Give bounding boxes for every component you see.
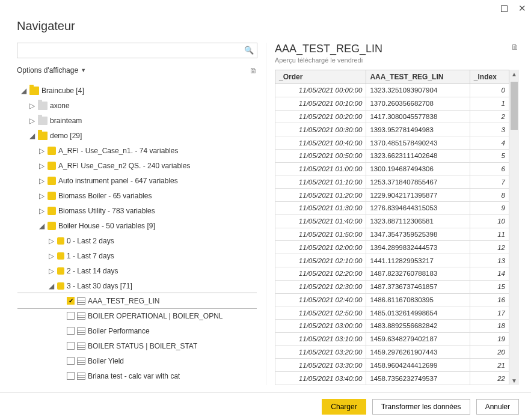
table-row[interactable]: 11/05/2021 02:50:001485.013261499865417 (275, 306, 509, 320)
search-input[interactable] (17, 43, 257, 58)
tree-node-demo[interactable]: ◢ demo [29] (17, 128, 257, 143)
table-row[interactable]: 11/05/2021 03:40:001458.735623274953722 (275, 372, 509, 385)
col-val[interactable]: AAA_TEST_REG_LIN (366, 70, 470, 84)
cube-icon (57, 252, 64, 260)
collapse-icon[interactable]: ◢ (28, 132, 35, 140)
close-icon[interactable]: ✕ (518, 3, 526, 14)
cell-order: 11/05/2021 02:30:00 (275, 280, 366, 293)
cell-value: 1441.112829953217 (366, 254, 470, 267)
cube-icon (48, 222, 56, 230)
cancel-button[interactable]: Annuler (476, 399, 519, 415)
expand-icon[interactable]: ▷ (38, 162, 45, 170)
expand-icon[interactable]: ▷ (38, 177, 45, 185)
collapse-icon[interactable]: ◢ (20, 87, 27, 95)
table-icon (77, 373, 85, 380)
expand-icon[interactable]: ▷ (38, 147, 45, 155)
checkbox[interactable] (67, 357, 75, 365)
cell-order: 11/05/2021 01:20:00 (275, 189, 366, 202)
table-row[interactable]: 11/05/2021 01:10:001253.37184078554677 (275, 175, 509, 189)
tree-node-axone[interactable]: ▷ axone (17, 98, 257, 113)
table-row[interactable]: 11/05/2021 00:30:001393.9527814949833 (275, 123, 509, 136)
expand-icon[interactable]: ▷ (38, 207, 45, 215)
tree-node-boilerhouse[interactable]: ◢ Boiler House - 50 variables [9] (17, 218, 257, 233)
tree-node[interactable]: ▷ 2 - Last 14 days (17, 263, 257, 278)
table-row[interactable]: 11/05/2021 00:50:001323.66231114026485 (275, 149, 509, 162)
checkbox[interactable] (67, 372, 75, 380)
add-column-icon[interactable]: 🗎 (511, 43, 519, 52)
cell-order: 11/05/2021 03:30:00 (275, 359, 366, 372)
checkbox[interactable] (67, 312, 75, 320)
tree-node-brainteam[interactable]: ▷ brainteam (17, 113, 257, 128)
tree-node[interactable]: ▷ A_RFI Use_Case_n2 QS. - 240 variables (17, 158, 257, 173)
checkbox[interactable] (67, 327, 75, 335)
table-row[interactable]: 11/05/2021 02:40:001486.81167083039516 (275, 293, 509, 306)
tree-leaf[interactable]: • BOILER OPERATIONAL | BOILER_OPNL (17, 308, 257, 323)
tree-leaf[interactable]: • BOILER STATUS | BOILER_STAT (17, 338, 257, 353)
cell-value: 1323.887112306581 (366, 215, 470, 228)
search-icon[interactable]: 🔍 (244, 46, 254, 55)
col-order[interactable]: _Order (275, 70, 366, 84)
tree-leaf[interactable]: • Boiler Performance (17, 323, 257, 338)
table-row[interactable]: 11/05/2021 02:00:001394.289983244457312 (275, 241, 509, 254)
expand-icon[interactable]: ▷ (28, 102, 35, 110)
load-button[interactable]: Charger (322, 399, 366, 415)
tree-leaf[interactable]: • Boiler Yield (17, 353, 257, 368)
table-row[interactable]: 11/05/2021 02:10:001441.11282995321713 (275, 254, 509, 267)
table-row[interactable]: 11/05/2021 03:00:001483.889255668284218 (275, 320, 509, 333)
expand-icon[interactable]: ▷ (48, 252, 55, 260)
table-row[interactable]: 11/05/2021 00:00:001323.32510939079040 (275, 84, 509, 97)
tree-leaf-aaa-test[interactable]: • AAA_TEST_REG_LIN (17, 293, 257, 308)
table-row[interactable]: 11/05/2021 00:20:001417.30800455778382 (275, 110, 509, 123)
checkbox-checked[interactable] (67, 297, 75, 305)
preview-table: _Order AAA_TEST_REG_LIN _Index 11/05/202… (275, 70, 509, 385)
tree-node-root[interactable]: ◢ Braincube [4] (17, 83, 257, 98)
maximize-icon[interactable] (501, 5, 508, 12)
cell-index: 16 (470, 293, 509, 306)
tree-node[interactable]: ▷ 0 - Last 2 days (17, 233, 257, 248)
table-row[interactable]: 11/05/2021 01:30:001276.83946443150539 (275, 202, 509, 215)
collapse-icon[interactable]: ◢ (48, 282, 55, 290)
refresh-icon[interactable]: 🗎 (250, 66, 257, 75)
table-row[interactable]: 11/05/2021 03:10:001459.634827940218719 (275, 332, 509, 345)
expand-icon[interactable]: ▷ (38, 192, 45, 200)
cell-index: 5 (470, 149, 509, 162)
tree-node[interactable]: ▷ Biomass Boiler - 65 variables (17, 188, 257, 203)
tree-view[interactable]: ◢ Braincube [4] ▷ axone ▷ brainteam ◢ de… (17, 79, 257, 385)
table-row[interactable]: 11/05/2021 02:20:001487.823276078818314 (275, 267, 509, 280)
table-row[interactable]: 11/05/2021 01:20:001229.90421713958778 (275, 189, 509, 202)
table-row[interactable]: 11/05/2021 01:50:001347.354735952539811 (275, 228, 509, 241)
table-row[interactable]: 11/05/2021 03:20:001459.297626190744320 (275, 345, 509, 359)
transform-button[interactable]: Transformer les données (372, 399, 470, 415)
tree-node-last30[interactable]: ◢ 3 - Last 30 days [71] (17, 278, 257, 293)
scroll-down-icon[interactable]: ▼ (509, 377, 519, 384)
tree-node[interactable]: ▷ Biomass Utility - 783 variables (17, 203, 257, 218)
preview-scrollbar[interactable]: ▲ ▼ (509, 70, 519, 385)
table-row[interactable]: 11/05/2021 01:00:001300.1946874943066 (275, 162, 509, 175)
tree-label: Biomass Boiler - 65 variables (58, 192, 152, 200)
collapse-icon[interactable]: ◢ (38, 222, 45, 230)
col-index[interactable]: _Index (470, 70, 509, 84)
table-row[interactable]: 11/05/2021 01:40:001323.88711230658110 (275, 215, 509, 228)
checkbox[interactable] (67, 342, 75, 350)
table-row[interactable]: 11/05/2021 02:30:001487.373673746185715 (275, 280, 509, 293)
tree-node[interactable]: ▷ A_RFI - Use_Case_n1. - 74 variables (17, 143, 257, 158)
expand-icon[interactable]: ▷ (48, 237, 55, 245)
table-row[interactable]: 11/05/2021 00:40:001370.48515784902434 (275, 136, 509, 150)
cell-order: 11/05/2021 00:00:00 (275, 84, 366, 97)
pane-divider[interactable] (266, 43, 266, 385)
tree-node[interactable]: ▷ 1 - Last 7 days (17, 248, 257, 263)
table-row[interactable]: 11/05/2021 00:10:001370.2603566827081 (275, 97, 509, 110)
cell-order: 11/05/2021 00:30:00 (275, 123, 366, 136)
scroll-thumb[interactable] (511, 82, 518, 130)
scroll-up-icon[interactable]: ▲ (509, 71, 519, 78)
tree-node[interactable]: ▷ Auto instrument panel - 647 variables (17, 173, 257, 188)
cube-icon (57, 267, 64, 275)
table-row[interactable]: 11/05/2021 03:30:001458.960424441269921 (275, 359, 509, 372)
tree-leaf[interactable]: • Briana test - calc var with cat (17, 368, 257, 383)
display-options-button[interactable]: Options d'affichage ▼ (17, 66, 86, 75)
expand-icon[interactable]: ▷ (48, 267, 55, 275)
expand-icon[interactable]: ▷ (28, 117, 35, 125)
tree-label: AAA_TEST_REG_LIN (88, 297, 159, 305)
cell-order: 11/05/2021 01:30:00 (275, 202, 366, 215)
cell-order: 11/05/2021 01:40:00 (275, 215, 366, 228)
